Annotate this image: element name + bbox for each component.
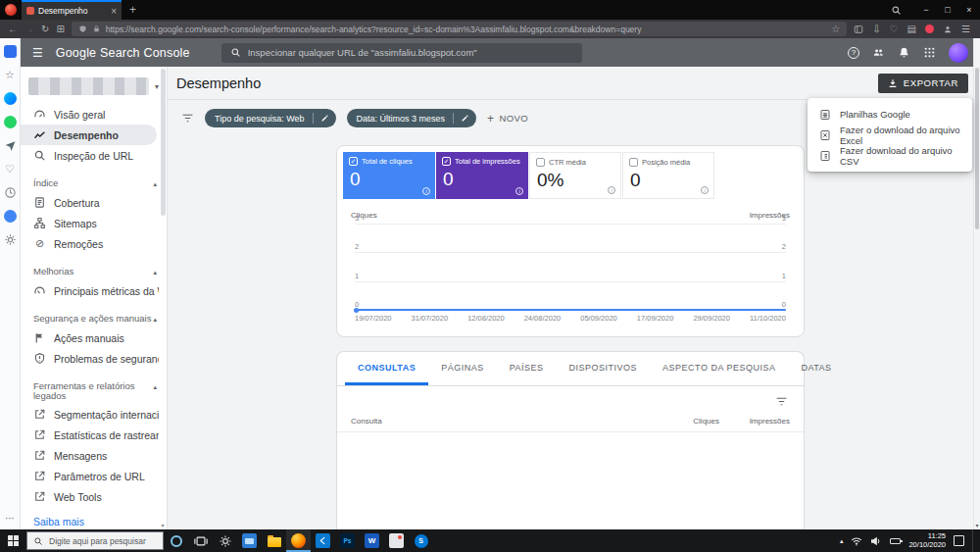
whatsapp-icon[interactable] xyxy=(4,116,17,128)
checkbox-checked-icon[interactable]: ✓ xyxy=(442,157,451,166)
checkbox-unchecked-icon[interactable] xyxy=(536,158,545,167)
monitor-app-button[interactable] xyxy=(237,529,262,552)
tab-paginas[interactable]: PÁGINAS xyxy=(428,352,497,385)
pencil-icon[interactable] xyxy=(317,112,333,125)
sidebar-toggle-icon[interactable] xyxy=(854,25,863,34)
page-scrollbar[interactable]: ▾ xyxy=(973,38,980,529)
info-icon[interactable]: i xyxy=(515,187,523,195)
tab-consultas[interactable]: CONSULTAS xyxy=(345,352,428,385)
sidebar-item-web-tools[interactable]: Web Tools xyxy=(21,486,167,507)
tab-dispositivos[interactable]: DISPOSITIVOS xyxy=(557,352,651,385)
app-button[interactable] xyxy=(384,529,409,552)
export-option-sheets[interactable]: Planilhas Google xyxy=(808,104,972,125)
wifi-icon[interactable] xyxy=(851,536,862,546)
help-icon[interactable]: ? xyxy=(848,47,859,59)
start-button[interactable] xyxy=(0,529,26,552)
column-header-impressoes[interactable]: Impressões xyxy=(719,417,790,426)
metric-tile-ctr-media[interactable]: CTR média 0% i xyxy=(529,152,621,199)
account-switcher-icon[interactable] xyxy=(872,46,885,59)
sidebar-item-mensagens[interactable]: Mensagens xyxy=(21,445,167,466)
extension-grid-icon[interactable]: ⊞ xyxy=(56,20,64,38)
library-icon[interactable]: ▤ xyxy=(907,24,916,34)
word-button[interactable]: W xyxy=(360,529,384,552)
table-filter-icon[interactable] xyxy=(775,395,788,408)
chevron-up-icon[interactable]: ▴ xyxy=(153,382,157,392)
info-icon[interactable]: i xyxy=(608,186,615,194)
filter-chip-date[interactable]: Data: Últimos 3 meses xyxy=(347,109,477,127)
apps-grid-icon[interactable] xyxy=(923,46,936,59)
taskbar-search-input[interactable] xyxy=(49,536,157,546)
action-center-icon[interactable] xyxy=(954,535,964,546)
avatar[interactable] xyxy=(949,43,968,63)
clock-datetime[interactable]: 11:25 20/10/2020 xyxy=(908,532,946,549)
app-logo-icon[interactable] xyxy=(5,4,17,16)
show-desktop-button[interactable] xyxy=(972,529,975,552)
account-icon[interactable] xyxy=(943,25,953,34)
column-header-cliques[interactable]: Cliques xyxy=(665,417,719,426)
info-icon[interactable]: i xyxy=(422,187,430,195)
menu-icon[interactable]: ☰ xyxy=(961,24,970,34)
dock-heart-icon[interactable]: ♡ xyxy=(4,163,17,176)
dock-more-icon[interactable]: ⋯ xyxy=(5,513,15,524)
filter-funnel-icon[interactable] xyxy=(181,112,194,125)
checkbox-unchecked-icon[interactable] xyxy=(629,158,638,167)
export-option-excel[interactable]: Fazer o download do arquivo Excel xyxy=(808,125,972,145)
chevron-up-icon[interactable]: ▴ xyxy=(153,268,157,277)
sidebar-item-sitemaps[interactable]: Sitemaps xyxy=(21,213,167,233)
hamburger-menu-icon[interactable]: ☰ xyxy=(32,46,43,60)
dock-gear-icon[interactable] xyxy=(4,233,17,246)
tab-close-icon[interactable]: × xyxy=(111,6,117,17)
notifications-bell-icon[interactable] xyxy=(898,46,910,59)
export-option-csv[interactable]: Fazer download do arquivo CSV xyxy=(808,145,972,166)
sidebar-item-desempenho[interactable]: Desempenho xyxy=(21,125,157,145)
scroll-down-arrow-icon[interactable]: ▾ xyxy=(974,522,980,528)
sidebar-section-seguranca[interactable]: Segurança e ações manuais ▴ xyxy=(21,301,167,327)
new-filter-button[interactable]: + NOVO xyxy=(487,112,528,125)
heart-icon[interactable]: ♡ xyxy=(890,24,899,34)
sidebar-section-ferramentas-legadas[interactable]: Ferramentas e relatórios legados ▴ xyxy=(21,369,167,404)
clock-icon[interactable] xyxy=(4,186,17,199)
cortana-button[interactable] xyxy=(164,529,188,552)
tracking-shield-icon[interactable] xyxy=(78,25,87,33)
tab-paises[interactable]: PAÍSES xyxy=(497,352,557,385)
sidebar-item-segmentacao-internacional[interactable]: Segmentação internacional xyxy=(21,404,167,425)
battery-icon[interactable] xyxy=(890,538,901,544)
sidebar-item-cobertura[interactable]: Cobertura xyxy=(21,192,167,213)
tray-expand-icon[interactable]: ▴ xyxy=(840,537,844,545)
sidebar-section-indice[interactable]: Índice ▴ xyxy=(21,166,167,192)
chevron-up-icon[interactable]: ▴ xyxy=(153,315,157,325)
taskbar-search[interactable] xyxy=(26,531,164,550)
messenger-icon[interactable] xyxy=(4,92,17,105)
window-minimize-button[interactable]: − xyxy=(915,0,937,20)
app-button-2[interactable]: S xyxy=(409,529,433,552)
downloads-icon[interactable]: ⇩ xyxy=(872,24,880,34)
scrollbar-thumb[interactable] xyxy=(975,68,979,229)
url-inspect-input[interactable] xyxy=(248,47,573,58)
pencil-icon[interactable] xyxy=(457,112,473,125)
bookmark-star-icon[interactable]: ☆ xyxy=(831,20,840,38)
saiba-mais-link[interactable]: Saiba mais xyxy=(21,507,167,529)
send-icon[interactable] xyxy=(4,139,17,152)
window-maximize-button[interactable]: □ xyxy=(937,0,958,20)
filter-chip-search-type[interactable]: Tipo de pesquisa: Web xyxy=(205,109,336,127)
url-bar[interactable]: https://search.google.com/search-console… xyxy=(72,22,847,36)
dock-star-icon[interactable]: ☆ xyxy=(4,69,17,81)
chevron-up-icon[interactable]: ▴ xyxy=(153,179,157,189)
dock-app-icon[interactable] xyxy=(4,45,17,58)
sidebar-scrollbar[interactable]: ▾ xyxy=(159,67,167,529)
sidebar-section-melhorias[interactable]: Melhorias ▴ xyxy=(21,254,167,280)
export-button[interactable]: EXPORTAR xyxy=(878,74,968,93)
sidebar-item-acoes-manuais[interactable]: Ações manuais xyxy=(21,327,167,348)
dock-blue-app-icon[interactable] xyxy=(4,210,17,223)
info-icon[interactable]: i xyxy=(701,186,709,194)
photoshop-button[interactable]: Ps xyxy=(335,529,360,552)
sidebar-item-problemas-seguranca[interactable]: Problemas de segurança xyxy=(21,348,167,369)
metric-tile-posicao-media[interactable]: Posição média 0 i xyxy=(622,152,714,199)
sidebar-item-parametros-url[interactable]: Parâmetros de URL xyxy=(21,466,167,486)
tab-datas[interactable]: DATAS xyxy=(788,352,844,385)
reload-button[interactable]: ↻ xyxy=(41,20,49,38)
metric-tile-total-impressoes[interactable]: ✓ Total de impressões 0 i xyxy=(436,152,528,199)
new-tab-button[interactable]: + xyxy=(129,3,136,17)
property-selector[interactable]: ▾ xyxy=(28,75,159,98)
sidebar-item-inspecao-url[interactable]: Inspeção de URL xyxy=(21,145,167,166)
